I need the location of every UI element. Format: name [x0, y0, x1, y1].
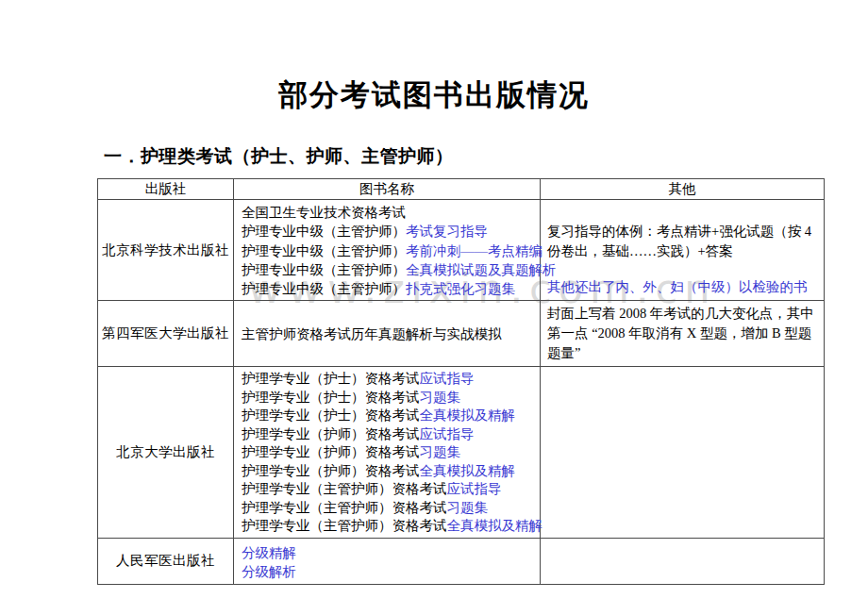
book-line: 护理学专业（主管护师）资格考试应试指导: [242, 480, 534, 499]
book-title-text: 护理学专业（护士）资格考试: [242, 407, 420, 423]
publisher-cell: 人民军医出版社: [98, 538, 234, 584]
col-header-book-name: 图书名称: [234, 179, 541, 200]
book-title-text: 护理专业中级（主管护师）: [242, 224, 406, 239]
book-link[interactable]: 考前冲刺——考点精编: [406, 243, 542, 258]
book-link[interactable]: 全真模拟及精解: [447, 518, 543, 533]
book-link[interactable]: 应试指导: [420, 371, 475, 386]
book-line: 护理学专业（护士）资格考试全真模拟及精解: [242, 407, 534, 425]
other-cell: [541, 538, 825, 584]
book-line: 护理学专业（主管护师）资格考试习题集: [242, 499, 534, 518]
book-title-text: 全国卫生专业技术资格考试: [242, 205, 406, 220]
other-link[interactable]: 其他还出了内、外、妇（中级）以检验的书: [547, 277, 818, 297]
book-title-text: 护理学专业（护师）资格考试: [242, 444, 420, 459]
book-link[interactable]: 分级精解: [242, 545, 296, 560]
table-row: 人民军医出版社 分级精解 分级解析: [98, 538, 825, 584]
col-header-other: 其他: [541, 179, 825, 200]
book-line: 护理专业中级（主管护师）扑克式强化习题集: [242, 279, 534, 298]
table-row: 北京科学技术出版社 全国卫生专业技术资格考试 护理专业中级（主管护师）考试复习指…: [98, 200, 825, 301]
book-line: 护理学专业（护士）资格考试应试指导: [242, 370, 534, 389]
books-cell: 主管护师资格考试历年真题解析与实战模拟: [234, 301, 541, 367]
table-header-row: 出版社 图书名称 其他: [98, 179, 825, 200]
book-line: 护理学专业（护师）资格考试习题集: [242, 443, 534, 462]
book-line: 分级解析: [242, 562, 534, 581]
book-title-text: 护理学专业（护师）资格考试: [242, 426, 420, 441]
page-title: 部分考试图书出版情况: [0, 75, 868, 115]
book-link[interactable]: 全真模拟及精解: [420, 463, 516, 478]
publisher-cell: 北京科学技术出版社: [98, 200, 234, 301]
book-title-text: 护理专业中级（主管护师）: [242, 262, 406, 277]
publisher-cell: 北京大学出版社: [98, 367, 234, 539]
book-title-text: 护理专业中级（主管护师）: [242, 243, 406, 258]
book-link[interactable]: 全真模拟试题及真题解析: [406, 262, 557, 277]
book-link[interactable]: 扑克式强化习题集: [406, 281, 515, 296]
book-line: 护理学专业（护师）资格考试应试指导: [242, 425, 534, 444]
book-link[interactable]: 应试指导: [447, 481, 502, 496]
book-title-text: 护理专业中级（主管护师）: [242, 281, 406, 296]
table-row: 第四军医大学出版社 主管护师资格考试历年真题解析与实战模拟 封面上写着 2008…: [98, 301, 825, 367]
books-cell: 全国卫生专业技术资格考试 护理专业中级（主管护师）考试复习指导 护理专业中级（主…: [234, 200, 541, 301]
other-cell: 封面上写着 2008 年考试的几大变化点，其中第一点 “2008 年取消有 X …: [541, 301, 825, 367]
book-title-text: 护理学专业（主管护师）资格考试: [242, 481, 447, 496]
book-link[interactable]: 习题集: [420, 444, 461, 459]
book-title-text: 护理学专业（主管护师）资格考试: [242, 518, 447, 533]
other-cell: 复习指导的体例：考点精讲+强化试题（按 4 份卷出，基础……实践）+答案 其他还…: [541, 200, 825, 301]
table-row: 北京大学出版社 护理学专业（护士）资格考试应试指导 护理学专业（护士）资格考试习…: [98, 367, 825, 539]
book-line: 护理学专业（主管护师）资格考试全真模拟及精解: [242, 517, 534, 536]
book-line: 护理专业中级（主管护师）全真模拟试题及真题解析: [242, 260, 534, 279]
books-table: 出版社 图书名称 其他 北京科学技术出版社 全国卫生专业技术资格考试 护理专业中…: [97, 178, 825, 585]
book-link[interactable]: 习题集: [420, 390, 461, 405]
section-heading: 一．护理类考试（护士、护师、主管护师）: [104, 144, 454, 169]
book-title-text: 护理学专业（护士）资格考试: [242, 371, 420, 386]
book-title-text: 护理学专业（主管护师）资格考试: [242, 500, 447, 515]
book-line: 主管护师资格考试历年真题解析与实战模拟: [242, 324, 534, 343]
col-header-publisher: 出版社: [98, 179, 234, 200]
books-cell: 分级精解 分级解析: [234, 538, 541, 584]
book-link[interactable]: 考试复习指导: [406, 224, 488, 239]
other-cell: [541, 367, 825, 539]
other-note: 封面上写着 2008 年考试的几大变化点，其中第一点 “2008 年取消有 X …: [547, 304, 818, 363]
book-line: 护理专业中级（主管护师）考试复习指导: [242, 222, 534, 241]
book-link[interactable]: 习题集: [447, 500, 489, 515]
book-link[interactable]: 应试指导: [420, 426, 475, 441]
book-link[interactable]: 全真模拟及精解: [420, 407, 516, 423]
book-line: 分级精解: [242, 543, 534, 562]
books-cell: 护理学专业（护士）资格考试应试指导 护理学专业（护士）资格考试习题集 护理学专业…: [234, 367, 541, 539]
book-line: 护理专业中级（主管护师）考前冲刺——考点精编: [242, 241, 534, 260]
publisher-cell: 第四军医大学出版社: [98, 301, 234, 367]
book-line: 全国卫生专业技术资格考试: [242, 203, 534, 222]
book-title-text: 护理学专业（护师）资格考试: [242, 463, 420, 478]
book-link[interactable]: 分级解析: [242, 564, 296, 579]
book-line: 护理学专业（护师）资格考试全真模拟及精解: [242, 462, 534, 481]
book-title-text: 护理学专业（护士）资格考试: [242, 390, 420, 405]
book-line: 护理学专业（护士）资格考试习题集: [242, 389, 534, 407]
book-title-text: 主管护师资格考试历年真题解析与实战模拟: [242, 326, 502, 341]
other-note: 复习指导的体例：考点精讲+强化试题（按 4 份卷出，基础……实践）+答案: [547, 203, 818, 261]
